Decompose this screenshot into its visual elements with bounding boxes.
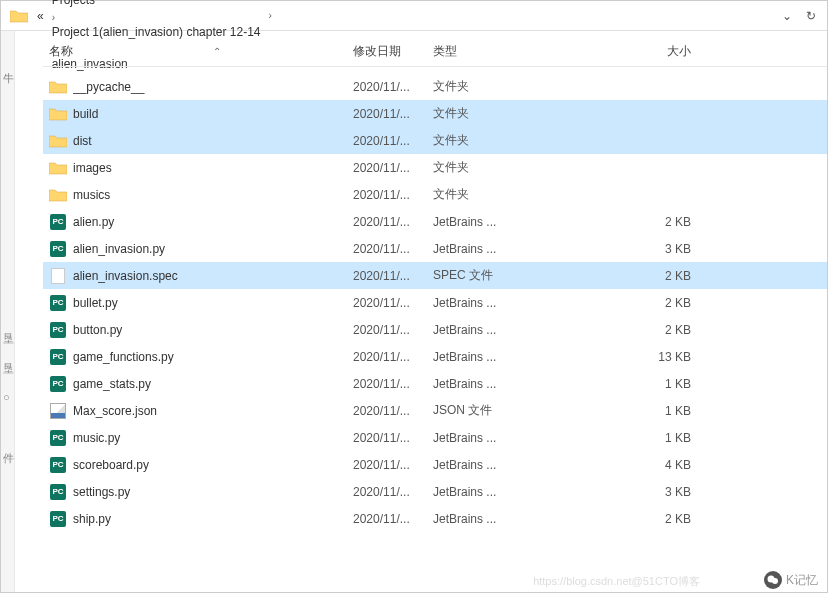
file-date: 2020/11/... [353, 80, 433, 94]
file-type: JetBrains ... [433, 431, 531, 445]
file-type: JetBrains ... [433, 377, 531, 391]
file-row[interactable]: PCship.py2020/11/...JetBrains ...2 KB [43, 505, 827, 532]
path-dropdown-icon[interactable]: ⌄ [775, 4, 799, 28]
file-size: 2 KB [531, 269, 731, 283]
watermark: K记忆 [764, 571, 818, 589]
folder-nav-icon[interactable] [9, 6, 29, 26]
sort-indicator-icon: ⌃ [213, 46, 221, 57]
file-row[interactable]: musics2020/11/...文件夹 [43, 181, 827, 208]
file-name: Max_score.json [73, 404, 353, 418]
file-type: 文件夹 [433, 186, 531, 203]
content-area: 牛垦垦○件 名称 ⌃ 修改日期 类型 大小 __pycache__2020/11… [1, 31, 827, 592]
chevron-right-icon[interactable]: › [264, 10, 275, 21]
file-date: 2020/11/... [353, 188, 433, 202]
file-name: bullet.py [73, 296, 353, 310]
file-name: button.py [73, 323, 353, 337]
file-name: scoreboard.py [73, 458, 353, 472]
file-row[interactable]: alien_invasion.spec2020/11/...SPEC 文件2 K… [43, 262, 827, 289]
file-row[interactable]: PCscoreboard.py2020/11/...JetBrains ...4… [43, 451, 827, 478]
file-rows-container: __pycache__2020/11/...文件夹build2020/11/..… [43, 67, 827, 532]
breadcrumb-prefix[interactable]: « [33, 1, 48, 30]
file-row[interactable]: PCgame_stats.py2020/11/...JetBrains ...1… [43, 370, 827, 397]
file-type: 文件夹 [433, 159, 531, 176]
file-date: 2020/11/... [353, 134, 433, 148]
file-type: 文件夹 [433, 78, 531, 95]
chevron-right-icon[interactable]: › [48, 12, 59, 23]
svg-point-1 [772, 578, 778, 584]
file-date: 2020/11/... [353, 458, 433, 472]
file-date: 2020/11/... [353, 161, 433, 175]
column-header-type[interactable]: 类型 [433, 43, 531, 60]
col-name-label: 名称 [49, 43, 73, 60]
file-name: music.py [73, 431, 353, 445]
file-row[interactable]: PCalien.py2020/11/...JetBrains ...2 KB [43, 208, 827, 235]
file-type: JetBrains ... [433, 323, 531, 337]
file-row[interactable]: images2020/11/...文件夹 [43, 154, 827, 181]
file-date: 2020/11/... [353, 242, 433, 256]
file-size: 1 KB [531, 404, 731, 418]
file-row[interactable]: __pycache__2020/11/...文件夹 [43, 73, 827, 100]
file-row[interactable]: PCgame_functions.py2020/11/...JetBrains … [43, 343, 827, 370]
file-name: build [73, 107, 353, 121]
file-size: 1 KB [531, 377, 731, 391]
py-icon: PC [49, 429, 67, 447]
file-date: 2020/11/... [353, 377, 433, 391]
py-icon: PC [49, 483, 67, 501]
file-name: images [73, 161, 353, 175]
file-name: game_stats.py [73, 377, 353, 391]
file-size: 2 KB [531, 215, 731, 229]
file-name: alien.py [73, 215, 353, 229]
explorer-window: « a book of py›Projects›Project 1(alien_… [0, 0, 828, 593]
folder-icon [49, 132, 67, 150]
folder-icon [49, 78, 67, 96]
refresh-icon[interactable]: ↻ [799, 4, 823, 28]
file-name: __pycache__ [73, 80, 353, 94]
file-date: 2020/11/... [353, 323, 433, 337]
file-date: 2020/11/... [353, 512, 433, 526]
file-row[interactable]: PCsettings.py2020/11/...JetBrains ...3 K… [43, 478, 827, 505]
file-date: 2020/11/... [353, 269, 433, 283]
file-type: JetBrains ... [433, 242, 531, 256]
column-header-date[interactable]: 修改日期 [353, 43, 433, 60]
breadcrumb-item[interactable]: Projects [48, 0, 265, 7]
file-row[interactable]: PCbullet.py2020/11/...JetBrains ...2 KB [43, 289, 827, 316]
file-type: 文件夹 [433, 105, 531, 122]
file-type: 文件夹 [433, 132, 531, 149]
file-size: 3 KB [531, 242, 731, 256]
file-row[interactable]: PCmusic.py2020/11/...JetBrains ...1 KB [43, 424, 827, 451]
watermark-text: K记忆 [786, 572, 818, 589]
file-row[interactable]: PCalien_invasion.py2020/11/...JetBrains … [43, 235, 827, 262]
file-name: musics [73, 188, 353, 202]
file-name: alien_invasion.py [73, 242, 353, 256]
column-header-size[interactable]: 大小 [531, 43, 731, 60]
file-list-pane: 名称 ⌃ 修改日期 类型 大小 __pycache__2020/11/...文件… [15, 31, 827, 592]
file-type: JetBrains ... [433, 350, 531, 364]
py-icon: PC [49, 456, 67, 474]
py-icon: PC [49, 240, 67, 258]
file-name: settings.py [73, 485, 353, 499]
file-date: 2020/11/... [353, 215, 433, 229]
file-date: 2020/11/... [353, 107, 433, 121]
file-date: 2020/11/... [353, 404, 433, 418]
py-icon: PC [49, 375, 67, 393]
py-icon: PC [49, 321, 67, 339]
py-icon: PC [49, 213, 67, 231]
file-row[interactable]: build2020/11/...文件夹 [43, 100, 827, 127]
file-row[interactable]: dist2020/11/...文件夹 [43, 127, 827, 154]
file-size: 4 KB [531, 458, 731, 472]
file-size: 1 KB [531, 431, 731, 445]
py-icon: PC [49, 348, 67, 366]
file-row[interactable]: PCbutton.py2020/11/...JetBrains ...2 KB [43, 316, 827, 343]
file-size: 2 KB [531, 323, 731, 337]
folder-icon [49, 159, 67, 177]
breadcrumb-bar[interactable]: « a book of py›Projects›Project 1(alien_… [1, 1, 827, 31]
file-type: JSON 文件 [433, 402, 531, 419]
file-type: SPEC 文件 [433, 267, 531, 284]
wechat-icon [764, 571, 782, 589]
file-name: dist [73, 134, 353, 148]
file-size: 3 KB [531, 485, 731, 499]
file-row[interactable]: Max_score.json2020/11/...JSON 文件1 KB [43, 397, 827, 424]
column-header-name[interactable]: 名称 ⌃ [43, 43, 353, 60]
file-name: game_functions.py [73, 350, 353, 364]
column-header-row: 名称 ⌃ 修改日期 类型 大小 [43, 37, 827, 67]
